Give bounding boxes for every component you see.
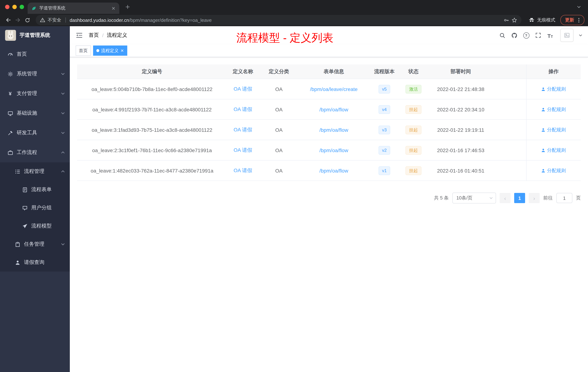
select-caret-down-icon (489, 197, 493, 199)
version-badge: v1 (378, 166, 390, 175)
definition-name-link[interactable]: OA 请假 (234, 86, 252, 92)
sidebar-item-label: 基础设施 (17, 110, 57, 117)
assign-rule-link[interactable]: 分配规则 (541, 167, 566, 174)
warning-icon (40, 17, 45, 22)
browser-update-button[interactable]: 更新 ⋮ (560, 15, 584, 25)
page-content: 定义编号 定义名称 定义分类 表单信息 流程版本 状态 部署时间 操作 (70, 57, 588, 372)
definition-table: 定义编号 定义名称 定义分类 表单信息 流程版本 状态 部署时间 操作 (77, 65, 581, 181)
tag-label: 流程定义 (101, 47, 118, 54)
chevron-down-icon (61, 112, 65, 114)
sidebar-item-home[interactable]: 首页 (0, 44, 70, 64)
sidebar-item-system[interactable]: 系统管理 (0, 64, 70, 84)
form-info-link[interactable]: /bpm/oa/flow (319, 147, 348, 153)
sidebar-item-payment[interactable]: ¥ 支付管理 (0, 84, 70, 103)
definition-category: OA (259, 99, 299, 120)
chevron-down-icon (61, 132, 65, 134)
fullscreen-icon[interactable] (535, 32, 541, 39)
browser-tab[interactable]: 芋道管理系统 (28, 2, 119, 14)
definition-name-link[interactable]: OA 请假 (234, 127, 252, 132)
person-icon (541, 168, 546, 173)
form-info-link[interactable]: /bpm/oa/flow (319, 107, 348, 112)
sidebar-item-label: 首页 (17, 51, 65, 57)
next-page-button[interactable]: › (529, 193, 540, 203)
col-definition-id: 定义编号 (77, 65, 227, 79)
sidebar-item-leave-query[interactable]: 请假查询 (0, 253, 70, 272)
key-icon[interactable] (504, 17, 509, 23)
breadcrumb-home[interactable]: 首页 (89, 32, 99, 39)
font-size-icon[interactable]: TT (547, 32, 554, 39)
sidebar-item-process-form[interactable]: 流程表单 (0, 181, 70, 199)
new-tab-button[interactable] (123, 2, 132, 12)
definition-name-link[interactable]: OA 请假 (234, 147, 252, 153)
github-icon[interactable] (511, 32, 517, 39)
status-badge: 激活 (405, 85, 421, 93)
search-icon[interactable] (499, 32, 505, 39)
tag-process-definition[interactable]: 流程定义 (93, 45, 127, 56)
page-number-button[interactable]: 1 (514, 193, 525, 203)
browser-menu-icon[interactable]: ⋮ (576, 17, 581, 22)
definition-name-link[interactable]: OA 请假 (234, 106, 252, 112)
chevron-up-icon (61, 170, 65, 173)
tag-home[interactable]: 首页 (76, 45, 91, 56)
definition-name-link[interactable]: OA 请假 (234, 167, 252, 173)
assign-rule-label: 分配规则 (547, 167, 566, 174)
prev-page-button[interactable]: ‹ (500, 193, 511, 203)
avatar-caret-down-icon[interactable] (579, 34, 582, 36)
status-badge: 挂起 (405, 105, 421, 114)
sidebar-item-task-management[interactable]: 任务管理 (0, 235, 70, 253)
goto-page-input[interactable] (556, 193, 572, 203)
plane-icon (22, 223, 28, 229)
sidebar-item-devtools[interactable]: 研发工具 (0, 123, 70, 143)
assign-rule-link[interactable]: 分配规则 (541, 86, 566, 92)
form-info-link[interactable]: /bpm/oa/leave/create (310, 86, 358, 92)
avatar[interactable] (560, 29, 573, 42)
incognito-icon (529, 17, 535, 23)
tag-close-icon[interactable] (120, 49, 124, 52)
monitor-icon (7, 110, 13, 116)
assign-rule-label: 分配规则 (547, 147, 566, 153)
filler-cell (494, 79, 526, 99)
sidebar-item-label: 流程管理 (24, 168, 57, 175)
definition-category: OA (259, 120, 299, 140)
col-definition-category: 定义分类 (259, 65, 299, 79)
assign-rule-link[interactable]: 分配规则 (541, 127, 566, 133)
status-badge: 挂起 (405, 166, 421, 175)
form-info-link[interactable]: /bpm/oa/flow (319, 168, 348, 174)
sidebar-item-workflow[interactable]: 工作流程 (0, 143, 70, 162)
tab-overflow-chevron-icon[interactable] (575, 3, 583, 11)
chevron-up-icon (61, 152, 65, 153)
sidebar-item-process-model[interactable]: 流程模型 (0, 217, 70, 235)
assign-rule-link[interactable]: 分配规则 (541, 147, 566, 153)
close-window-button[interactable] (5, 5, 10, 9)
menu-fold-icon[interactable] (76, 33, 83, 38)
definition-category: OA (259, 140, 299, 160)
sidebar-item-label: 任务管理 (24, 241, 57, 248)
address-bar[interactable]: 不安全 dashboard.yudao.iocoder.cn/bpm/manag… (36, 15, 521, 25)
brand-header[interactable]: 芋道管理系统 (0, 26, 70, 44)
form-info-link[interactable]: /bpm/oa/flow (319, 127, 348, 133)
zoom-window-button[interactable] (20, 5, 24, 9)
tab-close-icon[interactable] (111, 6, 116, 10)
chevron-down-icon (61, 92, 65, 95)
col-actions: 操作 (526, 65, 581, 79)
bookmark-star-icon[interactable] (512, 17, 517, 23)
sidebar-item-process-management[interactable]: 流程管理 (0, 162, 70, 181)
page-size-select[interactable]: 10条/页 (452, 193, 496, 203)
definition-category: OA (259, 79, 299, 99)
help-icon[interactable]: ? (523, 32, 529, 39)
security-label: 不安全 (48, 17, 61, 23)
sidebar-item-infrastructure[interactable]: 基础设施 (0, 103, 70, 123)
sidebar-item-label: 请假查询 (24, 259, 65, 266)
table-row: oa_leave:4:991f2193-7b7f-11ec-a3c8-acde4… (77, 99, 581, 120)
table-header-row: 定义编号 定义名称 定义分类 表单信息 流程版本 状态 部署时间 操作 (77, 65, 581, 79)
assign-rule-link[interactable]: 分配规则 (541, 106, 566, 113)
forward-icon[interactable] (13, 15, 22, 25)
dashboard-icon (7, 51, 13, 57)
pagination-total: 共 5 条 (434, 195, 449, 201)
reload-icon[interactable] (22, 15, 32, 25)
back-icon[interactable] (4, 15, 13, 25)
minimize-window-button[interactable] (12, 5, 17, 9)
definition-id: oa_leave:5:004b710b-7b8a-11ec-8ef0-acde4… (77, 79, 227, 99)
sidebar-item-user-group[interactable]: 用户分组 (0, 199, 70, 217)
incognito-label: 无痕模式 (537, 17, 555, 23)
